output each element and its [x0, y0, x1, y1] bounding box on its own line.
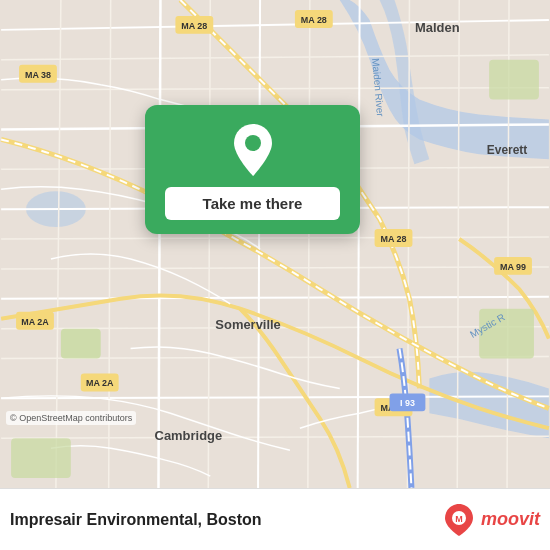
map-attribution: © OpenStreetMap contributors: [6, 411, 136, 425]
svg-rect-25: [61, 329, 101, 359]
take-me-there-button[interactable]: Take me there: [165, 187, 340, 220]
pin-icon: [226, 123, 280, 177]
moovit-icon: M: [441, 502, 477, 538]
svg-rect-27: [11, 438, 71, 478]
svg-text:M: M: [455, 514, 463, 524]
map-view: MA 28 MA 28 MA 28 MA 28 MA 38 MA 2A MA 2…: [0, 0, 550, 488]
moovit-logo: M moovit: [441, 502, 540, 538]
svg-rect-26: [489, 60, 539, 100]
svg-text:MA 28: MA 28: [181, 21, 207, 31]
svg-rect-28: [479, 309, 534, 359]
svg-text:MA 2A: MA 2A: [21, 317, 49, 327]
svg-text:I 93: I 93: [400, 398, 415, 408]
svg-point-54: [245, 135, 261, 151]
svg-text:MA 99: MA 99: [500, 262, 526, 272]
svg-text:MA 38: MA 38: [25, 70, 51, 80]
svg-text:Somerville: Somerville: [215, 317, 280, 332]
svg-text:Everett: Everett: [487, 143, 528, 157]
moovit-text: moovit: [481, 509, 540, 530]
svg-text:MA 28: MA 28: [380, 234, 406, 244]
app-container: MA 28 MA 28 MA 28 MA 28 MA 38 MA 2A MA 2…: [0, 0, 550, 550]
location-card: Take me there: [145, 105, 360, 234]
svg-text:Cambridge: Cambridge: [155, 428, 223, 443]
svg-text:MA 28: MA 28: [301, 15, 327, 25]
location-name: Impresair Environmental, Boston: [10, 511, 433, 529]
svg-text:MA 2A: MA 2A: [86, 378, 114, 388]
bottom-bar: Impresair Environmental, Boston M moovit: [0, 488, 550, 550]
svg-text:Malden: Malden: [415, 20, 460, 35]
